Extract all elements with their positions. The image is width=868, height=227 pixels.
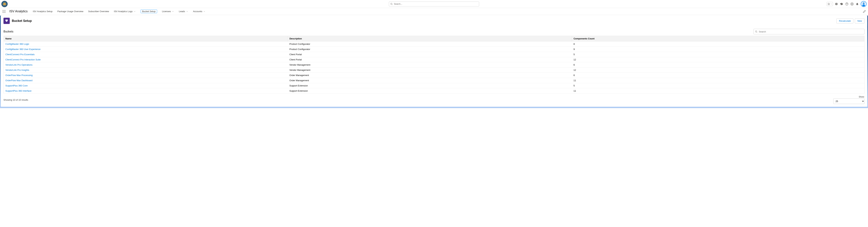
svg-point-10 <box>863 3 863 3</box>
bucket-name-link[interactable]: OrderFlow Max Processing <box>4 73 288 78</box>
nav-tab-isv-analytics-setup[interactable]: ISV Analytics Setup <box>33 8 53 15</box>
table-row: ClientConnect Pro Interaction SuiteClien… <box>4 57 865 62</box>
bucket-name-link[interactable]: VendorLink Pro Insights <box>4 67 288 73</box>
section-title: Buckets <box>3 30 13 33</box>
buckets-table: Name Description Components Count Config… <box>3 36 865 94</box>
svg-point-22 <box>755 31 757 32</box>
bucket-components-count: 9 <box>572 47 864 52</box>
search-icon <box>390 3 393 5</box>
page-header: Bucket Setup Recalculate New <box>1 15 867 26</box>
recalculate-button[interactable]: Recalculate <box>836 19 854 24</box>
svg-marker-2 <box>828 3 830 5</box>
chevron-down-icon[interactable] <box>186 10 188 12</box>
column-header-description[interactable]: Description <box>288 36 572 41</box>
chevron-down-icon[interactable] <box>134 10 136 12</box>
chevron-down-icon[interactable] <box>172 10 174 12</box>
bucket-description: Support Extension <box>288 88 572 94</box>
bucket-icon <box>3 18 10 24</box>
bucket-description: Vendor Management <box>288 67 572 73</box>
svg-point-5 <box>847 4 847 5</box>
add-icon[interactable] <box>835 2 838 6</box>
bucket-components-count: 6 <box>572 73 864 78</box>
bucket-description: Client Portal <box>288 52 572 57</box>
salesforce-icon[interactable] <box>840 2 843 6</box>
app-name: ISV Analytics <box>9 9 28 13</box>
svg-point-15 <box>5 10 5 10</box>
table-row: SupportPlus 360 CoreSupport Extension5 <box>4 83 865 88</box>
nav-tab-accounts[interactable]: Accounts <box>193 8 205 15</box>
table-row: SupportPlus 360 InterfaceSupport Extensi… <box>4 88 865 94</box>
svg-point-21 <box>5 12 5 13</box>
svg-point-19 <box>3 12 3 13</box>
org-logo <box>1 1 8 7</box>
bucket-name-link[interactable]: OrderFlow Max Dashboard <box>4 78 288 83</box>
nav-tab-label: ISV Analytics Logs <box>114 10 133 13</box>
table-row: ClientConnect Pro EssentialsClient Porta… <box>4 52 865 57</box>
table-row: OrderFlow Max DashboardOrder Management1… <box>4 78 865 83</box>
table-row: VendorLink Pro OperationsVendor Manageme… <box>4 62 865 67</box>
bucket-components-count: 11 <box>572 78 864 83</box>
bucket-description: Support Extension <box>288 83 572 88</box>
table-row: ConfigMaster 360 User ExperienceProduct … <box>4 47 865 52</box>
bucket-name-link[interactable]: ConfigMaster 360 User Experience <box>4 47 288 52</box>
bucket-description: Order Management <box>288 73 572 78</box>
bucket-components-count: 12 <box>572 67 864 73</box>
app-nav-bar: ISV Analytics ISV Analytics SetupPackage… <box>0 8 868 15</box>
nav-tab-label: Package Usage Overview <box>58 10 84 13</box>
bucket-description: Product Configurator <box>288 47 572 52</box>
svg-point-11 <box>864 3 865 3</box>
global-search-input[interactable] <box>389 2 479 6</box>
nav-tab-package-usage-overview[interactable]: Package Usage Overview <box>58 8 84 15</box>
nav-tab-bucket-setup[interactable]: Bucket Setup <box>141 9 157 13</box>
nav-tab-licenses[interactable]: Licenses <box>162 8 174 15</box>
page-title: Bucket Setup <box>12 19 32 23</box>
svg-point-13 <box>3 10 3 10</box>
bucket-name-link[interactable]: ConfigMaster 360 Logic <box>4 41 288 47</box>
bucket-name-link[interactable]: VendorLink Pro Operations <box>4 62 288 67</box>
table-row: OrderFlow Max ProcessingOrder Management… <box>4 73 865 78</box>
nav-tab-label: ISV Analytics Setup <box>33 10 53 13</box>
nav-tab-label: Leads <box>179 10 185 13</box>
bucket-name-link[interactable]: SupportPlus 360 Interface <box>4 88 288 94</box>
bucket-description: Product Configurator <box>288 41 572 47</box>
favorites-button[interactable] <box>827 2 833 6</box>
user-avatar[interactable] <box>861 1 867 7</box>
setup-gear-icon[interactable] <box>850 2 854 6</box>
nav-tab-label: Accounts <box>193 10 202 13</box>
bucket-name-link[interactable]: ClientConnect Pro Interaction Suite <box>4 57 288 62</box>
nav-tab-label: Bucket Setup <box>142 10 156 13</box>
bucket-name-link[interactable]: ClientConnect Pro Essentials <box>4 52 288 57</box>
svg-point-17 <box>4 11 4 12</box>
bucket-components-count: 6 <box>572 62 864 67</box>
nav-tab-subscriber-overview[interactable]: Subscriber Overview <box>88 8 109 15</box>
bucket-components-count: 5 <box>572 52 864 57</box>
svg-point-18 <box>5 11 5 12</box>
edit-pencil-icon[interactable] <box>863 10 866 13</box>
page-size-select[interactable]: 25 <box>833 98 865 104</box>
new-button[interactable]: New <box>855 19 865 24</box>
column-header-components-count[interactable]: Components Count <box>572 36 864 41</box>
show-label: Show: <box>833 96 865 98</box>
svg-point-12 <box>862 4 865 6</box>
svg-point-6 <box>852 3 852 4</box>
svg-point-20 <box>4 12 4 13</box>
chevron-down-icon[interactable] <box>203 10 205 12</box>
bucket-components-count: 12 <box>572 57 864 62</box>
bucket-components-count: 5 <box>572 83 864 88</box>
help-icon[interactable] <box>845 2 848 6</box>
search-icon <box>755 30 757 33</box>
table-row: VendorLink Pro InsightsVendor Management… <box>4 67 865 73</box>
table-search-input[interactable] <box>753 29 865 34</box>
table-row: ConfigMaster 360 LogicProduct Configurat… <box>4 41 865 47</box>
column-header-name[interactable]: Name <box>4 36 288 41</box>
notifications-icon[interactable] <box>856 2 859 6</box>
app-launcher-icon[interactable] <box>2 9 6 13</box>
svg-line-23 <box>757 32 757 33</box>
bucket-components-count: 8 <box>572 41 864 47</box>
nav-tab-leads[interactable]: Leads <box>179 8 188 15</box>
bucket-description: Vendor Management <box>288 62 572 67</box>
nav-tab-label: Subscriber Overview <box>88 10 109 13</box>
nav-tab-isv-analytics-logs[interactable]: ISV Analytics Logs <box>114 8 136 15</box>
bucket-name-link[interactable]: SupportPlus 360 Core <box>4 83 288 88</box>
global-header <box>0 0 868 8</box>
